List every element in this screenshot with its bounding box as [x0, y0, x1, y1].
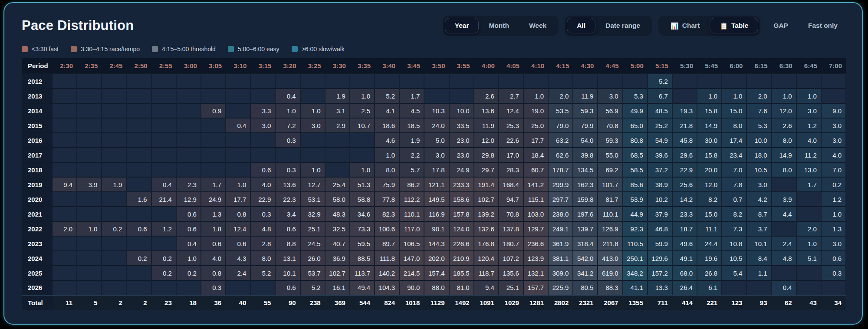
pace-cell [126, 133, 151, 148]
pace-cell: 202.0 [424, 251, 449, 266]
pace-cell: 3.0 [250, 118, 275, 133]
pace-cell: 44.9 [623, 207, 648, 221]
pace-cell: 21.4 [151, 192, 176, 207]
pace-cell [201, 89, 226, 103]
table-row-2026: 20260.30.65.216.149.4104.390.088.081.09.… [22, 280, 846, 295]
controls-bar: YearMonthWeek AllDate range 📊Chart📋Table… [443, 16, 845, 36]
pace-cell: 8.0 [772, 162, 796, 177]
pace-cell: 106.5 [399, 236, 424, 251]
pace-cell: 1.7 [796, 177, 821, 192]
pace-cell [151, 74, 176, 89]
pace-cell: 3.4 [275, 207, 300, 221]
pace-cell: 0.6 [226, 236, 250, 251]
pace-cell: 40.7 [325, 236, 350, 251]
pace-cell [250, 89, 275, 103]
col-header-2:45: 2:45 [102, 58, 126, 74]
pace-cell [275, 148, 300, 162]
pace-cell [399, 74, 424, 89]
pace-cell: 211.8 [598, 236, 622, 251]
pace-cell [151, 280, 176, 295]
pace-cell [350, 133, 375, 148]
pace-cell: 8.2 [697, 192, 722, 207]
pace-cell: 51.3 [350, 177, 375, 192]
pace-cell [102, 251, 126, 266]
pace-cell [275, 74, 300, 89]
pace-cell [126, 280, 151, 295]
pace-cell: 28.3 [499, 162, 523, 177]
table-row-2016: 20160.34.61.95.023.012.022.617.763.254.0… [22, 133, 846, 148]
pace-cell: 24.5 [300, 236, 325, 251]
col-header-3:20: 3:20 [275, 58, 300, 74]
pace-cell: 3.3 [250, 103, 275, 118]
col-header-6:30: 6:30 [772, 58, 796, 74]
pace-distribution-table: Period2:302:352:452:502:553:003:053:103:… [22, 58, 846, 310]
pace-cell: 1.0 [821, 207, 846, 221]
pace-cell: 2.0 [746, 89, 771, 103]
row-label-2017: 2017 [22, 148, 52, 162]
gap-button[interactable]: GAP [766, 18, 795, 33]
table-row-2024: 20240.20.21.04.04.38.013.126.036.988.511… [22, 251, 846, 266]
pace-cell: 157.7 [523, 280, 548, 295]
row-label-2014: 2014 [22, 103, 52, 118]
pace-cell: 26.0 [300, 251, 325, 266]
row-label-2016: 2016 [22, 133, 52, 148]
pace-cell: 120.4 [474, 251, 499, 266]
view-option-table[interactable]: 📋Table [710, 18, 758, 33]
pace-cell: 24.9 [201, 192, 226, 207]
pace-cell: 176.8 [474, 236, 499, 251]
pace-cell: 55.0 [598, 148, 622, 162]
pace-cell: 0.3 [201, 280, 226, 295]
range-option-label: All [577, 22, 585, 29]
pace-cell: 18.0 [746, 148, 771, 162]
pace-cell: 0.3 [275, 133, 300, 148]
period-option-year[interactable]: Year [445, 18, 479, 33]
pace-cell [772, 177, 796, 192]
pace-cell: 102.7 [325, 266, 350, 280]
pace-cell [77, 251, 102, 266]
pace-cell: 2.2 [399, 148, 424, 162]
pace-cell: 54.9 [648, 133, 672, 148]
pace-cell: 17.8 [424, 162, 449, 177]
pace-cell: 90 [275, 295, 300, 310]
fast-only-button[interactable]: Fast only [801, 18, 845, 33]
pace-cell [126, 148, 151, 162]
col-header-2:35: 2:35 [77, 58, 102, 74]
pace-cell [151, 148, 176, 162]
pace-cell: 1.0 [77, 221, 102, 236]
pace-cell: 619.0 [598, 266, 622, 280]
pace-cell [102, 162, 126, 177]
period-option-label: Year [455, 22, 469, 29]
table-row-2017: 20171.02.23.023.029.817.018.462.639.855.… [22, 148, 846, 162]
pace-cell: 3.9 [77, 177, 102, 192]
view-option-chart[interactable]: 📊Chart [661, 18, 710, 33]
table-header-row: Period2:302:352:452:502:553:003:053:103:… [22, 58, 846, 74]
pace-cell: 0.8 [226, 207, 250, 221]
pace-cell: 2.6 [772, 118, 796, 133]
range-option-date-range[interactable]: Date range [595, 18, 650, 33]
pace-cell: 129.6 [648, 251, 672, 266]
pace-cell [796, 74, 821, 89]
pace-cell: 53.5 [548, 103, 573, 118]
pace-cell: 3.7 [746, 221, 771, 236]
legend-swatch-fast [22, 46, 28, 52]
period-option-week[interactable]: Week [519, 18, 556, 33]
col-header-6:15: 6:15 [746, 58, 771, 74]
pace-cell: 3.0 [598, 89, 622, 103]
legend-swatch-slow [292, 46, 298, 52]
pace-cell: 1.3 [201, 207, 226, 221]
legend-label: <3:30 fast [32, 46, 59, 53]
pace-cell [77, 74, 102, 89]
pace-cell: 3.0 [796, 103, 821, 118]
range-option-all[interactable]: All [567, 18, 595, 33]
pace-cell: 1.2 [821, 192, 846, 207]
col-header-2:30: 2:30 [52, 58, 77, 74]
pace-cell: 22.9 [672, 162, 697, 177]
total-row-label: Total [22, 295, 52, 310]
legend-swatch-easy [228, 46, 234, 52]
period-option-month[interactable]: Month [479, 18, 519, 33]
pace-cell: 711 [648, 295, 672, 310]
pace-cell: 4.8 [250, 221, 275, 236]
pace-cell: 5.2 [300, 280, 325, 295]
table-row-2020: 20201.621.412.924.917.722.922.353.158.05… [22, 192, 846, 207]
pace-cell: 58.5 [623, 162, 648, 177]
